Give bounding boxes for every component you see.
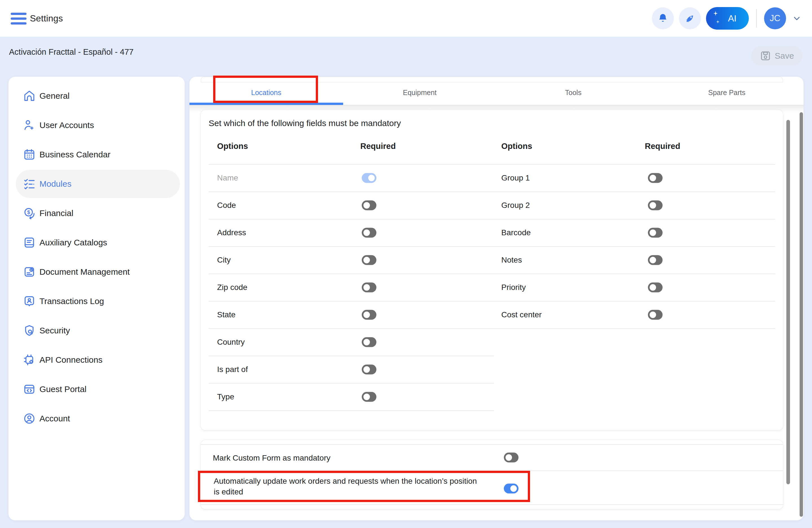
column-header-options-1: Options bbox=[217, 142, 248, 151]
account-menu-chevron[interactable] bbox=[791, 13, 802, 24]
sidebar-item-business-calendar[interactable]: Business Calendar bbox=[9, 140, 185, 169]
tab-locations[interactable]: Locations bbox=[189, 82, 343, 103]
catalog-book-icon bbox=[23, 236, 36, 249]
sidebar-item-api-connections[interactable]: API Connections bbox=[9, 345, 185, 374]
page-title: Settings bbox=[30, 0, 63, 37]
field-country-toggle[interactable] bbox=[362, 337, 376, 347]
sidebar-item-label: Guest Portal bbox=[40, 384, 87, 394]
module-tabs: LocationsEquipmentToolsSpare Parts bbox=[189, 82, 803, 103]
toggle-knob bbox=[506, 454, 512, 461]
column-header-required-2: Required bbox=[645, 142, 680, 151]
bottom-card-top-line bbox=[201, 444, 783, 445]
toggle-knob bbox=[363, 394, 370, 400]
transactions-badge-icon bbox=[23, 295, 36, 308]
sidebar-item-label: Financial bbox=[40, 209, 73, 218]
field-label-city: City bbox=[217, 256, 231, 265]
guest-portal-browser-icon bbox=[23, 383, 36, 396]
sidebar-item-guest-portal[interactable]: Guest Portal bbox=[9, 374, 185, 404]
inner-scrollbar-thumb[interactable] bbox=[786, 120, 790, 484]
column-header-options-2: Options bbox=[501, 142, 532, 151]
sidebar-item-general[interactable]: General bbox=[9, 81, 185, 111]
tab-equipment[interactable]: Equipment bbox=[343, 82, 497, 103]
bottom-row-divider bbox=[201, 470, 783, 471]
header-divider bbox=[209, 164, 775, 165]
bell-icon bbox=[657, 12, 669, 24]
outer-scrollbar-thumb[interactable] bbox=[800, 112, 803, 517]
security-shield-icon bbox=[23, 324, 36, 337]
sparkles-icon bbox=[712, 11, 722, 26]
notifications-button[interactable] bbox=[652, 7, 674, 29]
sidebar-item-label: API Connections bbox=[40, 355, 102, 365]
user-plus-icon bbox=[23, 118, 36, 132]
toggle-knob bbox=[363, 311, 370, 318]
field-label-is-part-of: Is part of bbox=[217, 365, 248, 374]
field-state-toggle[interactable] bbox=[362, 310, 376, 319]
ai-button-label: AI bbox=[728, 13, 737, 24]
menu-hamburger-icon[interactable] bbox=[11, 13, 27, 25]
toggle-knob bbox=[363, 257, 370, 263]
field-type-toggle[interactable] bbox=[362, 392, 376, 402]
save-button[interactable]: Save bbox=[751, 46, 802, 66]
sidebar-item-modules[interactable]: Modules bbox=[9, 169, 185, 199]
topbar-actions: AI JC bbox=[652, 0, 802, 37]
mandatory-fields-title: Set which of the following fields must b… bbox=[209, 118, 401, 128]
field-label-country: Country bbox=[217, 338, 245, 347]
sidebar-item-account[interactable]: Account bbox=[9, 404, 185, 433]
user-avatar[interactable]: JC bbox=[764, 7, 786, 29]
row-divider bbox=[209, 383, 494, 384]
field-cost-center-toggle[interactable] bbox=[648, 310, 663, 319]
rocket-icon bbox=[684, 12, 696, 25]
sidebar-item-user-accounts[interactable]: User Accounts bbox=[9, 111, 185, 140]
row-divider bbox=[209, 191, 775, 192]
field-code-toggle[interactable] bbox=[362, 200, 376, 210]
document-clock-icon bbox=[23, 265, 36, 279]
tab-label: Locations bbox=[251, 88, 281, 97]
toggle-knob bbox=[510, 485, 517, 492]
calendar-icon bbox=[23, 148, 36, 161]
bottom-row-divider-2 bbox=[201, 504, 783, 505]
tab-label: Tools bbox=[565, 88, 581, 97]
field-label-barcode: Barcode bbox=[501, 228, 531, 237]
field-notes-toggle[interactable] bbox=[648, 255, 663, 265]
custom-form-mandatory-toggle[interactable] bbox=[504, 453, 519, 462]
sidebar-item-label: Transactions Log bbox=[40, 297, 104, 306]
field-name-toggle[interactable] bbox=[362, 173, 376, 183]
field-city-toggle[interactable] bbox=[362, 255, 376, 265]
active-tab-indicator bbox=[189, 103, 343, 105]
sidebar-item-auxiliary-catalogs[interactable]: Auxiliary Catalogs bbox=[9, 228, 185, 257]
auto-update-work-orders-toggle[interactable] bbox=[504, 484, 519, 494]
sidebar-item-label: Modules bbox=[40, 179, 71, 189]
field-zip-code-toggle[interactable] bbox=[362, 282, 376, 292]
field-address-toggle[interactable] bbox=[362, 228, 376, 238]
field-label-address: Address bbox=[217, 228, 246, 237]
settings-sidebar: GeneralUser AccountsBusiness CalendarMod… bbox=[9, 77, 185, 520]
home-icon bbox=[23, 89, 36, 103]
collapsed-card-edge bbox=[201, 77, 783, 82]
toggle-knob bbox=[650, 202, 656, 209]
field-group-2-toggle[interactable] bbox=[648, 200, 663, 210]
api-chip-icon bbox=[23, 353, 36, 367]
toggle-knob bbox=[363, 339, 370, 345]
modules-checklist-icon bbox=[23, 177, 36, 191]
sidebar-item-label: Account bbox=[40, 414, 70, 423]
sidebar-item-financial[interactable]: $Financial bbox=[9, 199, 185, 228]
field-label-code: Code bbox=[217, 201, 236, 210]
row-divider bbox=[209, 219, 775, 219]
field-priority-toggle[interactable] bbox=[648, 282, 663, 292]
field-label-type: Type bbox=[217, 393, 234, 401]
tab-spare-parts[interactable]: Spare Parts bbox=[650, 82, 804, 103]
field-group-1-toggle[interactable] bbox=[648, 173, 663, 183]
field-label-notes: Notes bbox=[501, 256, 522, 265]
sidebar-item-document-management[interactable]: Document Management bbox=[9, 257, 185, 287]
toggle-knob bbox=[650, 284, 656, 290]
sidebar-item-security[interactable]: Security bbox=[9, 316, 185, 345]
sidebar-item-transactions-log[interactable]: Transactions Log bbox=[9, 287, 185, 316]
launcher-button[interactable] bbox=[679, 7, 701, 29]
field-is-part-of-toggle[interactable] bbox=[362, 365, 376, 374]
field-barcode-toggle[interactable] bbox=[648, 228, 663, 238]
save-button-label: Save bbox=[775, 51, 794, 61]
ai-assistant-button[interactable]: AI bbox=[706, 7, 749, 30]
tab-tools[interactable]: Tools bbox=[496, 82, 650, 103]
field-label-name: Name bbox=[217, 173, 238, 183]
sidebar-item-label: User Accounts bbox=[40, 120, 94, 130]
